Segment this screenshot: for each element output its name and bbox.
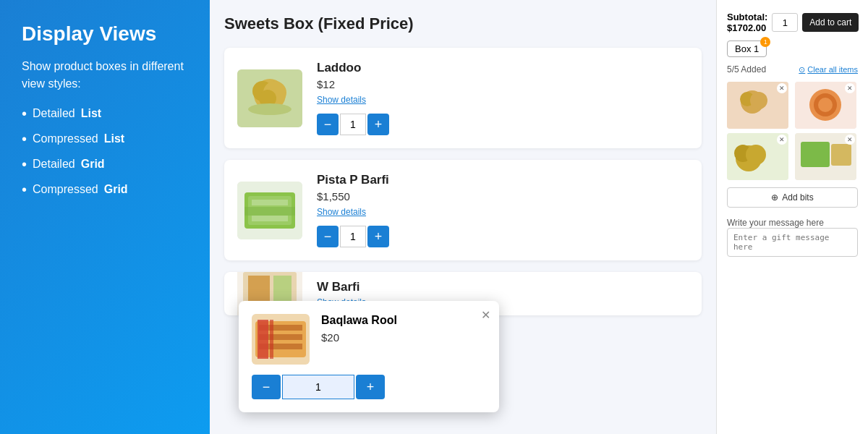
box-label: Box 1 [735,43,759,54]
add-bits-button[interactable]: ⊕ Add bits [727,187,858,208]
product-name: Pista P Barfi [317,173,689,187]
cart-thumb-3: ✕ [727,133,788,180]
list-item-detailed-grid: Detailed Grid [22,156,188,173]
modal-card: ✕ Baqlawa Rool $20 − + [239,301,499,412]
modal-info: Baqlawa Rool $20 [321,314,397,344]
view-styles-list: Detailed List Compressed List Detailed G… [22,106,188,207]
modal-qty-increase-button[interactable]: + [356,375,385,399]
product-name: W Barfi [317,280,689,294]
remove-icon[interactable]: ✕ [845,135,855,145]
svg-point-27 [746,145,766,165]
list-item-prefix: Compressed [33,183,98,196]
svg-rect-30 [831,144,851,166]
qty-input[interactable] [340,226,366,247]
description: Show product boxes in different view sty… [22,58,188,93]
list-item-prefix: Compressed [33,132,98,145]
message-input[interactable] [727,228,858,257]
svg-point-5 [248,103,292,115]
product-price: $12 [317,78,689,90]
left-panel: Display Views Show product boxes in diff… [0,0,210,434]
svg-rect-37 [270,320,273,359]
remove-icon[interactable]: ✕ [845,83,855,93]
modal-qty-input[interactable] [282,375,354,399]
product-card-laddoo: Laddoo $12 Show details − + [224,48,702,148]
svg-point-23 [818,98,833,112]
cart-qty-input[interactable] [772,13,798,32]
show-details-link[interactable]: Show details [317,207,689,217]
list-item-compressed-grid: Compressed Grid [22,182,188,198]
qty-decrease-button[interactable]: − [317,226,339,247]
product-name: Laddoo [317,61,689,75]
modal-product-price: $20 [321,331,397,344]
add-bits-icon: ⊕ [771,192,778,203]
cart-thumb-1: ✕ [727,82,788,129]
list-item-compressed-list: Compressed List [22,131,188,148]
product-card-pista: Pista P Barfi $1,550 Show details − + [224,160,702,260]
list-item-detailed-list: Detailed List [22,106,188,122]
product-list-title: Sweets Box (Fixed Price) [224,14,702,33]
list-item-prefix: Detailed [33,158,75,171]
remove-icon[interactable]: ✕ [777,135,787,145]
svg-rect-29 [801,142,830,167]
add-to-cart-button[interactable]: Add to cart [802,13,859,32]
qty-increase-button[interactable]: + [367,114,389,135]
main-content: Sweets Box (Fixed Price) Laddoo $12 Show… [210,0,868,434]
modal-content: Baqlawa Rool $20 [252,314,486,365]
qty-input[interactable] [340,114,366,135]
circle-x-icon: ⊙ [799,65,805,75]
show-details-link[interactable]: Show details [317,95,689,105]
cart-sidebar: Subtotal: $1702.00 Add to cart Box 1 1 5… [716,0,868,434]
svg-rect-10 [252,200,288,205]
svg-point-19 [750,92,767,109]
product-image-laddoo [237,69,302,127]
list-item-bold: Grid [81,158,105,171]
box-badge-row: Box 1 1 [727,41,858,57]
svg-rect-11 [252,216,288,221]
modal-qty-control: − + [252,375,486,399]
product-info-pista: Pista P Barfi $1,550 Show details − + [317,173,689,247]
svg-rect-9 [244,207,295,216]
clear-all-label: Clear all items [807,65,858,74]
qty-control-laddoo: − + [317,114,689,135]
cart-images-grid: ✕ ✕ ✕ [727,82,858,180]
remove-icon[interactable]: ✕ [777,83,787,93]
added-label: 5/5 Added [727,64,766,75]
qty-increase-button[interactable]: + [367,226,389,247]
message-label: Write your message here [727,218,858,228]
page-title: Display Views [22,22,188,46]
cart-subtotal: Subtotal: $1702.00 Add to cart [727,12,858,33]
qty-decrease-button[interactable]: − [317,114,339,135]
modal-product-name: Baqlawa Rool [321,314,397,327]
badge-count: 1 [760,37,770,47]
product-info-laddoo: Laddoo $12 Show details − + [317,61,689,135]
list-item-bold: List [81,107,101,120]
list-item-prefix: Detailed [33,107,75,120]
product-price: $1,550 [317,190,689,203]
add-bits-label: Add bits [782,192,813,203]
qty-control-pista: − + [317,226,689,247]
modal-close-button[interactable]: ✕ [481,308,490,322]
message-section: Write your message here [727,215,858,260]
subtotal-label: Subtotal: $1702.00 [727,12,767,33]
modal-image [252,314,310,365]
svg-rect-36 [258,320,268,359]
box-badge: Box 1 1 [727,41,767,57]
cart-thumb-4: ✕ [795,133,856,180]
list-item-bold: List [104,132,124,145]
list-item-bold: Grid [104,183,128,196]
cart-thumb-2: ✕ [795,82,856,129]
clear-all-button[interactable]: ⊙ Clear all items [799,65,858,75]
product-image-pista [237,182,302,239]
added-divider: 5/5 Added ⊙ Clear all items [727,64,858,75]
modal-qty-decrease-button[interactable]: − [252,375,281,399]
